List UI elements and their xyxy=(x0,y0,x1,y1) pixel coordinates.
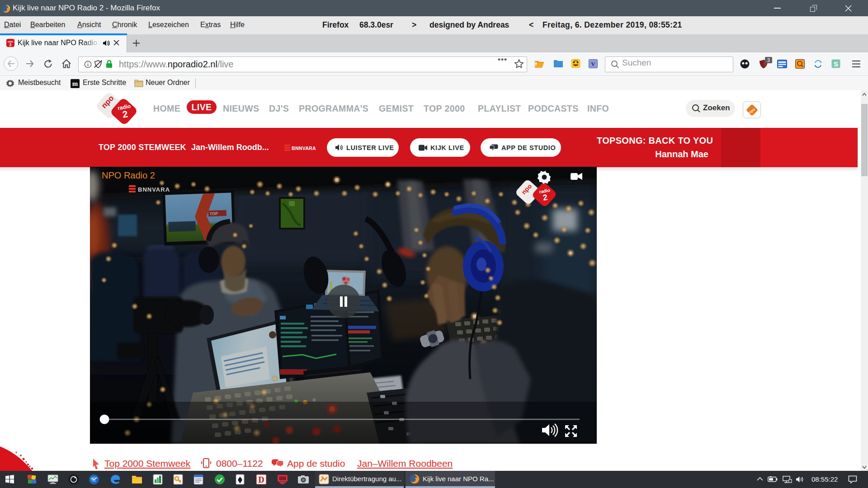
svg-text:2: 2 xyxy=(9,42,11,47)
svg-text:NPO Radio 2: NPO Radio 2 xyxy=(102,170,155,180)
svg-text:D: D xyxy=(259,475,264,484)
svg-text:BNNVARA: BNNVARA xyxy=(138,186,170,193)
svg-text:V: V xyxy=(591,61,595,67)
svg-text:BNNVARA: BNNVARA xyxy=(292,145,316,151)
svg-text:css: css xyxy=(574,59,578,62)
svg-text:S: S xyxy=(834,60,838,68)
